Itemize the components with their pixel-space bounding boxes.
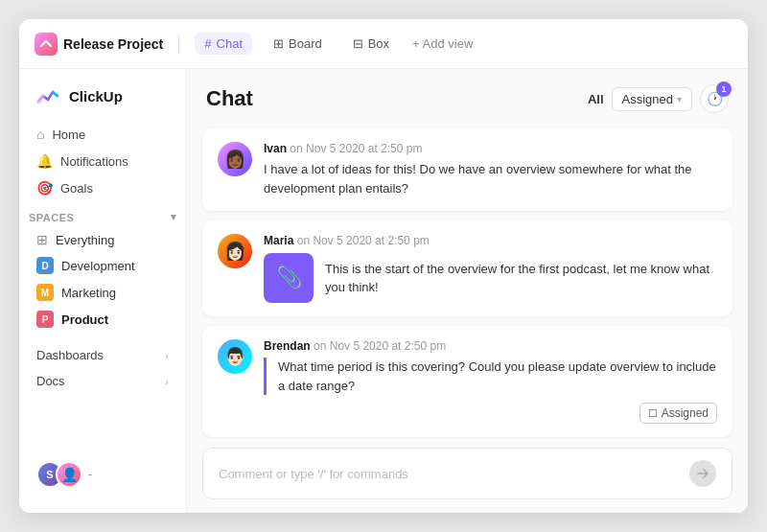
message-timestamp: on Nov 5 2020 at 2:50 pm: [297, 234, 430, 247]
board-tab-icon: ⊞: [273, 36, 284, 51]
message-body: Maria on Nov 5 2020 at 2:50 pm 📎 This is…: [264, 234, 717, 303]
message-author: Ivan: [264, 142, 287, 155]
space-marketing[interactable]: M Marketing: [27, 279, 178, 306]
message-text: What time period is this covering? Could…: [278, 358, 717, 395]
message-author: Maria: [264, 234, 293, 247]
brendan-avatar: 👨🏻: [218, 339, 252, 374]
message-timestamp: on Nov 5 2020 at 2:50 pm: [314, 339, 446, 353]
message-card: 👩🏾 Ivan on Nov 5 2020 at 2:50 pm I have …: [202, 128, 732, 211]
box-tab-icon: ⊟: [353, 36, 363, 51]
attachment-thumbnail[interactable]: 📎: [264, 253, 314, 303]
messages-list: 👩🏾 Ivan on Nov 5 2020 at 2:50 pm I have …: [187, 125, 748, 438]
send-icon[interactable]: [689, 460, 716, 487]
project-badge: Release Project: [35, 33, 163, 56]
logo-area: ClickUp: [19, 79, 186, 121]
chat-filters: All Assigned ▾ 🕐 1: [588, 84, 729, 113]
accent-border: What time period is this covering? Could…: [264, 358, 717, 395]
spaces-section: Spaces ▾: [19, 201, 186, 227]
message-meta: Ivan on Nov 5 2020 at 2:50 pm: [264, 142, 717, 155]
docs-chevron-icon: ›: [165, 376, 169, 387]
tab-board[interactable]: ⊞ Board: [264, 33, 332, 55]
app-window: Release Project # Chat ⊞ Board ⊟ Box + A…: [19, 19, 748, 513]
project-name: Release Project: [63, 36, 163, 52]
message-meta: Brendan on Nov 5 2020 at 2:50 pm: [264, 339, 717, 353]
ivan-avatar: 👩🏾: [218, 142, 252, 176]
avatar-label: -: [88, 468, 92, 481]
space-product[interactable]: P Product: [27, 306, 178, 333]
chat-input-box[interactable]: Comment or type '/' for commands: [202, 448, 732, 499]
marketing-dot: M: [36, 284, 54, 301]
filter-assigned-button[interactable]: Assigned ▾: [612, 87, 692, 111]
dashboards-chevron-icon: ›: [165, 350, 169, 361]
message-body: Ivan on Nov 5 2020 at 2:50 pm I have a l…: [264, 142, 717, 197]
message-text: This is the start of the overview for th…: [325, 260, 717, 297]
sidebar-item-goals[interactable]: 🎯 Goals: [27, 174, 178, 201]
assigned-chevron-icon: ▾: [677, 94, 682, 104]
sidebar-item-docs[interactable]: Docs ›: [27, 368, 178, 394]
message-attachment: 📎 This is the start of the overview for …: [264, 253, 717, 303]
logo-text: ClickUp: [69, 88, 123, 104]
filter-all[interactable]: All: [588, 92, 604, 106]
tab-chat[interactable]: # Chat: [195, 33, 252, 55]
product-dot: P: [36, 311, 54, 328]
chat-title: Chat: [206, 86, 253, 111]
avatar-stack: S 👤: [36, 461, 82, 488]
development-dot: D: [36, 257, 54, 274]
space-development[interactable]: D Development: [27, 252, 178, 279]
goals-icon: 🎯: [36, 180, 53, 196]
avatar-person: 👤: [56, 461, 82, 488]
spaces-collapse-icon[interactable]: ▾: [171, 211, 177, 223]
sidebar: ClickUp ⌂ Home 🔔 Notifications 🎯 Goals S…: [19, 69, 187, 513]
sidebar-item-notifications[interactable]: 🔔 Notifications: [27, 148, 178, 174]
top-bar: Release Project # Chat ⊞ Board ⊟ Box + A…: [19, 19, 748, 69]
message-text: I have a lot of ideas for this! Do we ha…: [264, 160, 717, 197]
home-icon: ⌂: [36, 127, 44, 142]
message-card: 👨🏻 Brendan on Nov 5 2020 at 2:50 pm What…: [202, 326, 732, 437]
user-avatar-area[interactable]: S 👤 -: [27, 453, 178, 496]
notification-button[interactable]: 🕐 1: [700, 84, 729, 113]
sidebar-bottom: S 👤 -: [19, 446, 186, 503]
main-content: ClickUp ⌂ Home 🔔 Notifications 🎯 Goals S…: [19, 69, 748, 513]
message-author: Brendan: [264, 339, 311, 353]
clickup-logo-icon: [35, 82, 61, 109]
sidebar-item-dashboards[interactable]: Dashboards ›: [27, 342, 178, 368]
chat-input-placeholder: Comment or type '/' for commands: [219, 467, 408, 481]
chat-tab-icon: #: [204, 36, 211, 51]
sidebar-item-home[interactable]: ⌂ Home: [27, 121, 178, 148]
message-actions: ☐ Assigned: [264, 403, 717, 424]
message-body: Brendan on Nov 5 2020 at 2:50 pm What ti…: [264, 339, 717, 424]
nav-divider: [178, 35, 179, 54]
everything-icon: ⊞: [36, 232, 48, 247]
add-view-button[interactable]: + Add view: [412, 36, 473, 51]
message-timestamp: on Nov 5 2020 at 2:50 pm: [290, 142, 422, 155]
tab-box[interactable]: ⊟ Box: [343, 33, 399, 55]
assign-button[interactable]: ☐ Assigned: [639, 403, 717, 424]
notification-badge: 1: [716, 81, 732, 97]
sidebar-groups: Dashboards › Docs ›: [19, 342, 186, 394]
spaces-list: ⊞ Everything D Development M Marketing P…: [19, 227, 186, 333]
bell-icon: 🔔: [36, 153, 53, 169]
space-everything[interactable]: ⊞ Everything: [27, 227, 178, 252]
paperclip-icon: 📎: [276, 266, 302, 290]
chat-header: Chat All Assigned ▾ 🕐 1: [187, 69, 748, 125]
sidebar-nav: ⌂ Home 🔔 Notifications 🎯 Goals: [19, 121, 186, 201]
project-icon: [35, 33, 58, 56]
chat-input-area: Comment or type '/' for commands: [187, 438, 748, 513]
message-meta: Maria on Nov 5 2020 at 2:50 pm: [264, 234, 717, 247]
maria-avatar: 👩🏻: [218, 234, 252, 268]
message-card: 👩🏻 Maria on Nov 5 2020 at 2:50 pm 📎 This…: [202, 220, 732, 316]
checkbox-icon: ☐: [648, 407, 658, 420]
chat-area: Chat All Assigned ▾ 🕐 1: [187, 69, 748, 513]
